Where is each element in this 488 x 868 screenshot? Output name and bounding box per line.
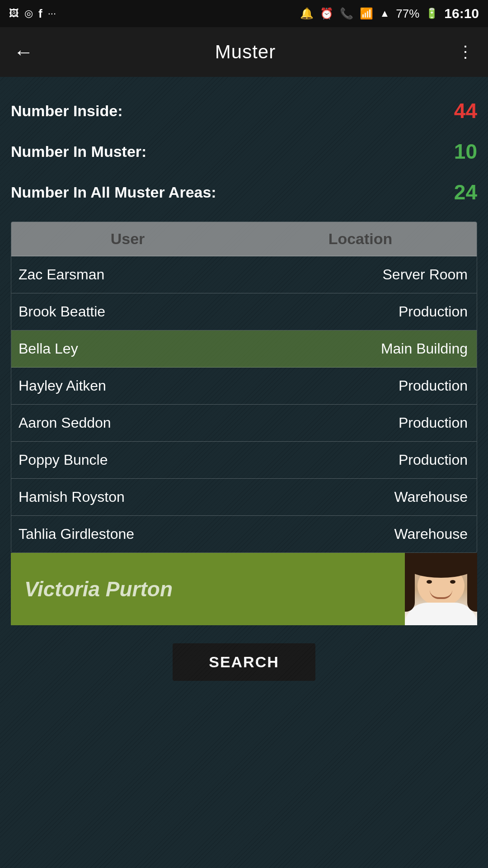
notification-icon: 🔔: [300, 7, 314, 20]
image-icon: 🖼: [9, 8, 19, 19]
app-title: Muster: [215, 41, 276, 63]
user-location: Server Room: [243, 256, 477, 293]
stat-row-inside: Number Inside: 44: [11, 90, 477, 131]
header-location: Location: [244, 222, 477, 256]
table-header: User Location: [11, 222, 477, 256]
circle-icon: ◎: [24, 8, 33, 19]
header-user: User: [11, 222, 244, 256]
status-time: 16:10: [444, 6, 479, 21]
user-location-table: User Location Zac Earsman Server Room Br…: [11, 222, 477, 553]
table-row[interactable]: Zac Earsman Server Room: [11, 256, 477, 293]
back-button[interactable]: ←: [14, 42, 33, 62]
user-name: Brook Beattie: [11, 293, 243, 330]
avatar: [405, 553, 477, 625]
wifi-icon: 📶: [360, 7, 373, 20]
number-inside-value: 44: [454, 99, 477, 123]
status-icons-left: 🖼 ◎ f ···: [9, 7, 56, 21]
table-row[interactable]: Poppy Buncle Production: [11, 442, 477, 479]
user-location: Production: [243, 293, 477, 330]
number-in-all-value: 24: [454, 180, 477, 204]
number-in-muster-label: Number In Muster:: [11, 143, 146, 160]
table-row[interactable]: Hamish Royston Warehouse: [11, 479, 477, 516]
user-name: Aaron Seddon: [11, 405, 243, 441]
table-row[interactable]: Hayley Aitken Production: [11, 368, 477, 405]
user-name: Zac Earsman: [11, 256, 243, 293]
main-content: Number Inside: 44 Number In Muster: 10 N…: [0, 77, 488, 625]
number-in-muster-value: 10: [454, 139, 477, 164]
battery-icon: 🔋: [426, 8, 438, 19]
alarm-icon: ⏰: [320, 7, 333, 20]
user-location: Warehouse: [243, 479, 477, 515]
selected-user-name: Victoria Purton: [24, 577, 173, 601]
user-location: Production: [243, 442, 477, 478]
search-button[interactable]: SEARCH: [173, 643, 315, 681]
facebook-icon: f: [38, 7, 42, 21]
user-location: Production: [243, 405, 477, 441]
more-icon: ···: [48, 8, 56, 19]
user-name: Hayley Aitken: [11, 368, 243, 404]
user-location: Warehouse: [243, 516, 477, 552]
table-row-selected[interactable]: Bella Ley Main Building: [11, 330, 477, 368]
user-name: Hamish Royston: [11, 479, 243, 515]
status-bar: 🖼 ◎ f ··· 🔔 ⏰ 📞 📶 ▲ 77% 🔋 16:10: [0, 0, 488, 27]
table-row[interactable]: Brook Beattie Production: [11, 293, 477, 330]
stat-row-all-muster: Number In All Muster Areas: 24: [11, 172, 477, 212]
signal-icon: ▲: [380, 8, 389, 19]
number-inside-label: Number Inside:: [11, 102, 122, 120]
search-button-container: SEARCH: [0, 625, 488, 703]
stats-section: Number Inside: 44 Number In Muster: 10 N…: [11, 90, 477, 212]
selected-user-card[interactable]: Victoria Purton: [11, 553, 477, 625]
app-bar: ← Muster ⋮: [0, 27, 488, 77]
avatar-figure: [405, 553, 477, 625]
user-location: Production: [243, 368, 477, 404]
number-in-all-label: Number In All Muster Areas:: [11, 183, 216, 202]
user-location: Main Building: [243, 330, 477, 367]
status-icons-right: 🔔 ⏰ 📞 📶 ▲ 77% 🔋 16:10: [300, 6, 479, 21]
more-button[interactable]: ⋮: [457, 42, 474, 61]
phone-icon: 📞: [340, 7, 353, 20]
user-name: Tahlia Girdlestone: [11, 516, 243, 552]
table-row[interactable]: Tahlia Girdlestone Warehouse: [11, 516, 477, 552]
stat-row-muster: Number In Muster: 10: [11, 131, 477, 172]
table-row[interactable]: Aaron Seddon Production: [11, 405, 477, 442]
battery-level: 77%: [396, 7, 419, 21]
user-name: Bella Ley: [11, 330, 243, 367]
user-name: Poppy Buncle: [11, 442, 243, 478]
